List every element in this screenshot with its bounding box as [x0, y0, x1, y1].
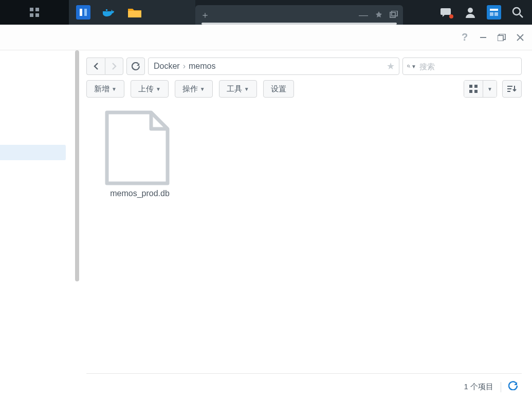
- tools-button[interactable]: 工具 ▼: [219, 80, 257, 98]
- svg-rect-2: [30, 13, 33, 17]
- svg-rect-11: [392, 11, 397, 16]
- chevron-down-icon: ▼: [487, 86, 492, 92]
- file-item[interactable]: memos_prod.db: [99, 107, 181, 198]
- breadcrumb-separator: ›: [183, 62, 186, 71]
- svg-rect-25: [474, 85, 478, 88]
- svg-point-22: [408, 65, 410, 67]
- status-bar: 1 个项目: [86, 373, 522, 400]
- search-input[interactable]: [419, 62, 517, 71]
- sidebar: [0, 50, 74, 400]
- svg-rect-1: [35, 8, 39, 11]
- file-document-icon: [104, 110, 171, 185]
- widgets-icon: [489, 8, 499, 17]
- svg-rect-3: [35, 13, 39, 17]
- item-count-label: 1 个项目: [464, 382, 493, 392]
- system-taskbar: ＋ —: [0, 0, 532, 25]
- body-area: Docker › memos ★ ▼ 新增 ▼ 上传 ▼: [0, 50, 532, 400]
- tray-notifications[interactable]: [439, 5, 454, 20]
- svg-rect-4: [80, 9, 82, 16]
- svg-rect-26: [469, 90, 472, 93]
- upload-button-label: 上传: [138, 84, 154, 94]
- svg-rect-27: [474, 90, 478, 93]
- taskbar-app-file-station[interactable]: [127, 5, 142, 20]
- refresh-icon: [508, 381, 518, 390]
- main-menu-button[interactable]: [0, 0, 69, 25]
- status-refresh-button[interactable]: [508, 381, 518, 393]
- nav-back-button[interactable]: [86, 58, 105, 75]
- help-button[interactable]: ?: [460, 33, 469, 42]
- svg-rect-8: [108, 11, 109, 13]
- svg-rect-24: [469, 85, 472, 88]
- operate-button[interactable]: 操作 ▼: [175, 80, 213, 98]
- new-button[interactable]: 新增 ▼: [86, 80, 124, 98]
- taskbar-app-activity[interactable]: [76, 5, 90, 20]
- breadcrumb[interactable]: Docker › memos ★: [148, 58, 399, 75]
- maximize-icon: [498, 34, 506, 41]
- view-grid-button[interactable]: [464, 81, 483, 97]
- upload-button[interactable]: 上传 ▼: [131, 80, 169, 98]
- file-grid[interactable]: memos_prod.db: [86, 107, 522, 373]
- new-button-label: 新增: [94, 84, 109, 94]
- settings-button[interactable]: 设置: [263, 80, 294, 98]
- tray-search[interactable]: [510, 5, 525, 20]
- chevron-down-icon: ▼: [200, 86, 205, 92]
- svg-point-16: [513, 8, 520, 15]
- window-minimize-icon[interactable]: —: [359, 10, 368, 21]
- search-icon: [512, 7, 523, 18]
- svg-point-12: [468, 8, 473, 13]
- system-tray: [439, 5, 532, 20]
- taskbar-apps: [69, 0, 195, 25]
- chevron-down-icon: ▼: [156, 86, 161, 92]
- window-restore-icon[interactable]: [390, 11, 398, 20]
- sidebar-scrollbar[interactable]: [74, 50, 80, 400]
- svg-rect-5: [84, 9, 87, 16]
- location-row: Docker › memos ★ ▼: [86, 58, 522, 75]
- refresh-button[interactable]: [126, 58, 145, 75]
- favorite-star-icon[interactable]: ★: [387, 61, 395, 72]
- sort-button[interactable]: [502, 80, 522, 98]
- folder-icon: [127, 7, 142, 18]
- breadcrumb-seg-1[interactable]: memos: [189, 62, 215, 71]
- user-icon: [465, 7, 476, 18]
- chevron-right-icon: [112, 63, 117, 70]
- chevron-left-icon: [94, 63, 99, 70]
- svg-rect-15: [494, 12, 498, 16]
- refresh-icon: [132, 62, 140, 70]
- svg-rect-13: [490, 9, 498, 11]
- chevron-down-icon: ▼: [112, 86, 117, 92]
- active-window-tab[interactable]: ＋ —: [195, 5, 403, 25]
- search-caret-icon[interactable]: ▼: [411, 64, 416, 69]
- sidebar-selected-item[interactable]: [0, 145, 66, 160]
- tray-widgets[interactable]: [487, 5, 501, 20]
- breadcrumb-seg-0[interactable]: Docker: [154, 62, 180, 71]
- search-box[interactable]: ▼: [402, 58, 522, 75]
- svg-rect-14: [490, 12, 493, 16]
- minimize-button[interactable]: [479, 33, 488, 42]
- taskbar-left: [0, 0, 195, 25]
- view-controls: ▼: [464, 80, 522, 98]
- sort-icon: [507, 85, 517, 93]
- maximize-button[interactable]: [497, 33, 506, 42]
- status-divider: [501, 382, 501, 392]
- svg-rect-9: [106, 9, 107, 11]
- grid-icon: [469, 85, 478, 93]
- taskbar-app-docker[interactable]: [102, 5, 116, 20]
- scroll-thumb[interactable]: [75, 50, 79, 281]
- svg-rect-6: [104, 11, 105, 13]
- search-icon: [407, 62, 410, 70]
- close-icon: [517, 34, 524, 41]
- svg-line-23: [409, 67, 410, 68]
- svg-rect-10: [390, 12, 395, 17]
- minimize-icon: [480, 34, 487, 41]
- activity-monitor-icon: [78, 7, 88, 17]
- window-pin-icon[interactable]: [375, 11, 382, 20]
- close-button[interactable]: [516, 33, 525, 42]
- nav-forward-button[interactable]: [105, 58, 123, 75]
- svg-rect-7: [106, 11, 107, 13]
- add-tab-icon[interactable]: ＋: [200, 9, 210, 21]
- tray-user[interactable]: [463, 5, 478, 20]
- view-mode-group: ▼: [464, 80, 497, 98]
- apps-grid-icon: [29, 7, 40, 17]
- svg-rect-0: [30, 8, 33, 11]
- view-mode-dropdown[interactable]: ▼: [483, 81, 497, 97]
